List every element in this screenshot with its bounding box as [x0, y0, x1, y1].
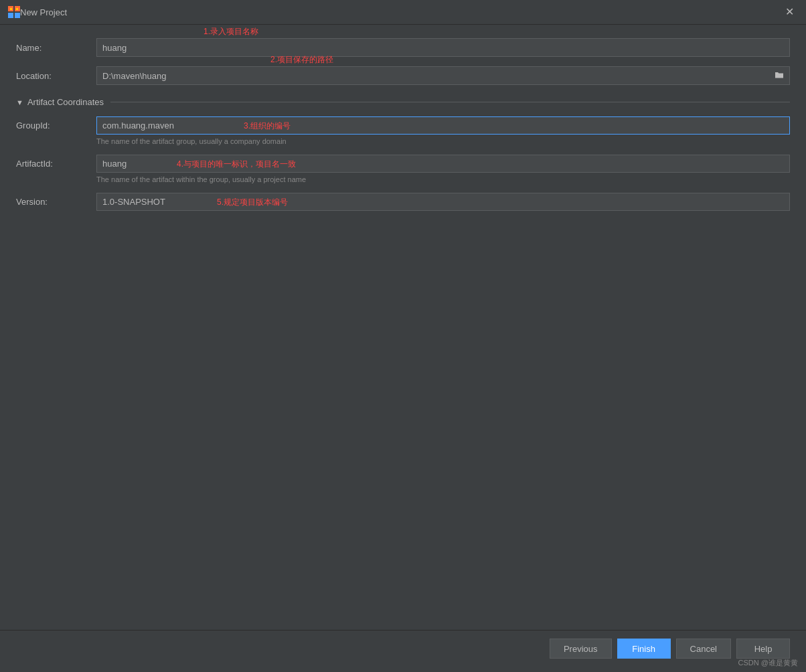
group-id-label: GroupId:	[16, 116, 96, 131]
name-annotation: 1.录入项目名称	[204, 26, 258, 37]
section-divider	[110, 102, 790, 102]
name-label: Name:	[16, 43, 96, 53]
app-icon	[8, 6, 20, 18]
window-title: New Project	[20, 7, 781, 17]
location-row: Location: 2.项目保存的路径	[16, 66, 790, 85]
artifact-id-input-wrapper: 4.与项目的唯一标识，项目名一致 The name of the artifac…	[96, 155, 790, 190]
artifact-id-input[interactable]	[96, 155, 790, 173]
title-bar: New Project ✕	[0, 0, 806, 25]
svg-rect-2	[8, 13, 13, 18]
group-id-input-wrapper: 3.组织的编号 The name of the artifact group, …	[96, 116, 790, 152]
previous-button[interactable]: Previous	[550, 639, 612, 659]
location-label: Location:	[16, 71, 96, 81]
group-id-hint: The name of the artifact group, usually …	[96, 137, 790, 145]
help-button[interactable]: Help	[736, 639, 790, 659]
cancel-button[interactable]: Cancel	[676, 639, 731, 659]
group-id-row: GroupId: 3.组织的编号 The name of the artifac…	[16, 116, 790, 152]
artifact-id-hint: The name of the artifact within the grou…	[96, 175, 790, 183]
location-input-group	[96, 66, 790, 85]
version-input[interactable]	[96, 193, 790, 211]
finish-button[interactable]: Finish	[617, 639, 671, 659]
artifact-id-row: ArtifactId: 4.与项目的唯一标识，项目名一致 The name of…	[16, 155, 790, 190]
close-button[interactable]: ✕	[781, 5, 798, 19]
location-input[interactable]	[96, 66, 769, 85]
version-row: Version: 5.规定项目版本编号	[16, 193, 790, 211]
name-row: Name: 1.录入项目名称	[16, 38, 790, 57]
new-project-dialog: New Project ✕ Name: 1.录入项目名称 Location:	[0, 0, 806, 672]
artifact-section-header: ▼ Artifact Coordinates	[16, 97, 790, 107]
version-input-wrapper: 5.规定项目版本编号	[96, 193, 790, 211]
dialog-footer: Previous Finish Cancel Help	[0, 630, 806, 672]
section-toggle[interactable]: ▼	[16, 98, 23, 106]
watermark: CSDN @谁是黄黄	[738, 658, 798, 668]
svg-rect-4	[10, 8, 12, 10]
folder-icon	[775, 71, 784, 81]
svg-rect-3	[15, 13, 20, 18]
group-id-input[interactable]	[96, 116, 790, 135]
artifact-id-label: ArtifactId:	[16, 155, 96, 169]
form-content: Name: 1.录入项目名称 Location: 2.项目保存的路径	[0, 25, 806, 630]
svg-rect-5	[16, 8, 18, 10]
browse-button[interactable]	[769, 66, 790, 85]
name-input[interactable]	[96, 38, 790, 57]
version-label: Version:	[16, 193, 96, 207]
artifact-section-title: Artifact Coordinates	[27, 97, 104, 107]
